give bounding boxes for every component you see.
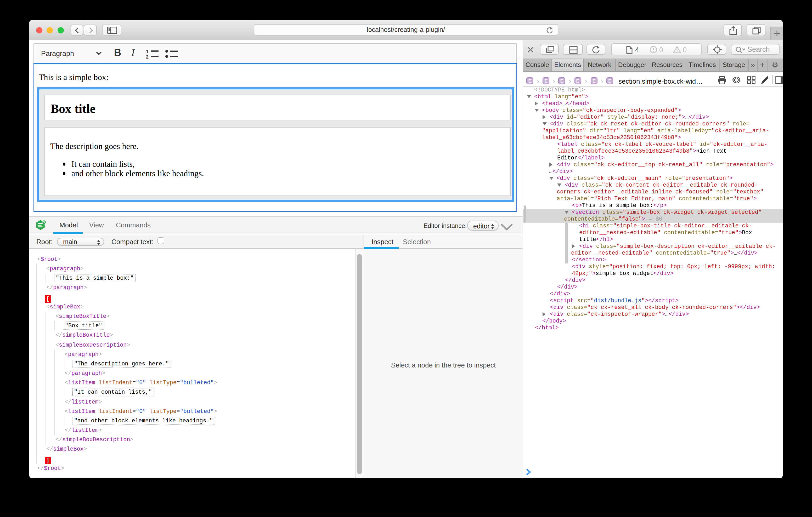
svg-text:1: 1 [146,49,149,54]
svg-text:2: 2 [146,54,149,59]
svg-text:5: 5 [43,220,45,223]
